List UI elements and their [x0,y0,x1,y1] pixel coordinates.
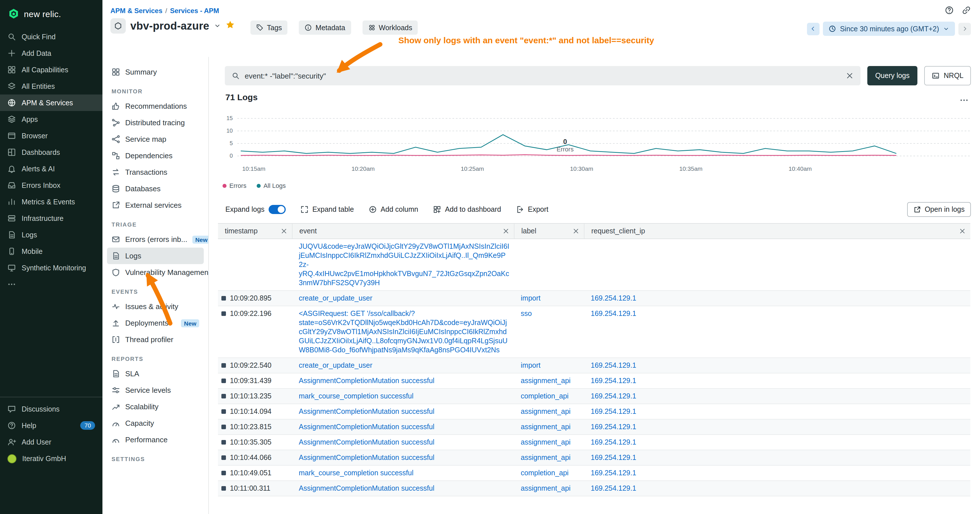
event-link[interactable]: AssignmentCompletionMutation successful [299,484,434,492]
export-button[interactable]: Export [516,205,548,213]
label-link[interactable]: completion_api [521,392,568,400]
label-link[interactable]: completion_api [521,469,568,477]
subnav-item-dependencies[interactable]: Dependencies [102,147,208,164]
log-search-input[interactable]: event:* -"label":"security" [225,66,861,85]
clear-query-icon[interactable] [846,72,854,80]
ip-link[interactable]: 169.254.129.1 [591,484,636,492]
log-volume-chart[interactable]: 0 Errors 15105010:15am10:20am10:25am10:3… [218,114,970,174]
label-link[interactable]: sso [521,310,532,318]
subnav-item-performance[interactable]: Performance [102,431,208,448]
label-link[interactable]: assignment_api [521,484,571,492]
nrql-button[interactable]: NRQL [924,66,971,85]
table-row[interactable]: 10:09:31.439AssignmentCompletionMutation… [218,373,970,389]
sidebar-item-apps[interactable]: Apps [0,111,102,127]
metadata-button[interactable]: Metadata [299,21,351,35]
table-row[interactable]: 10:10:49.051mark_course_completion succe… [218,466,970,481]
label-link[interactable]: assignment_api [521,377,571,385]
column-close-icon[interactable] [959,228,966,234]
label-link[interactable]: assignment_api [521,407,571,415]
subnav-item-service-levels[interactable]: Service levels [102,382,208,398]
event-link[interactable]: create_or_update_user [299,361,372,369]
subnav-item-errors-errors-inb-[interactable]: Errors (errors inb...New [102,231,208,248]
subnav-item-deployments[interactable]: DeploymentsNew [102,315,208,331]
table-row[interactable]: 10:10:13.235mark_course_completion succe… [218,389,970,404]
sidebar-item-apm-services[interactable]: APM & Services [0,94,102,111]
subnav-item-sla[interactable]: SLA [102,366,208,382]
subnav-item-vulnerability-management[interactable]: Vulnerability Management [102,264,208,281]
sidebar-footer-item-discussions[interactable]: Discussions [0,401,102,417]
sidebar-item-all-capabilities[interactable]: All Capabilities [0,62,102,78]
ip-link[interactable]: 169.254.129.1 [591,423,636,431]
tags-button[interactable]: Tags [250,21,288,35]
ip-link[interactable]: 169.254.129.1 [591,438,636,446]
table-row[interactable]: 10:10:14.094AssignmentCompletionMutation… [218,404,970,420]
expand-table-button[interactable]: Expand table [301,205,354,213]
subnav-item-logs[interactable]: Logs [107,248,204,264]
event-link[interactable]: AssignmentCompletionMutation successful [299,377,434,385]
ip-link[interactable]: 169.254.129.1 [591,469,636,477]
subnav-item-summary[interactable]: Summary [102,64,208,80]
add-to-dashboard-button[interactable]: Add to dashboard [433,205,501,213]
breadcrumb-apm-services[interactable]: APM & Services [110,7,162,15]
event-link[interactable]: <ASGIRequest: GET '/sso/callback/?state=… [299,310,508,354]
subnav-item-recommendations[interactable]: Recommendations [102,98,208,115]
sidebar-item-synthetic-monitoring[interactable]: Synthetic Monitoring [0,259,102,276]
table-row[interactable]: 10:09:22.540create_or_update_userimport1… [218,358,970,373]
ip-link[interactable]: 169.254.129.1 [591,407,636,415]
sidebar-item-mobile[interactable]: Mobile [0,243,102,259]
table-row[interactable]: 10:11:00.311AssignmentCompletionMutation… [218,481,970,496]
column-close-icon[interactable] [573,228,579,234]
event-link[interactable]: AssignmentCompletionMutation successful [299,438,434,446]
help-icon[interactable] [945,6,954,15]
subnav-item-databases[interactable]: Databases [102,180,208,197]
column-close-icon[interactable] [503,228,509,234]
ip-link[interactable]: 169.254.129.1 [591,377,636,385]
ip-link[interactable]: 169.254.129.1 [591,310,636,318]
add-column-button[interactable]: Add column [369,205,418,213]
subnav-item-transactions[interactable]: Transactions [102,164,208,180]
event-link[interactable]: AssignmentCompletionMutation successful [299,423,434,431]
subnav-item-external-services[interactable]: External services [102,197,208,213]
open-in-logs-button[interactable]: Open in logs [907,202,971,217]
event-link[interactable]: AssignmentCompletionMutation successful [299,454,434,461]
sidebar-item-browser[interactable]: Browser [0,127,102,144]
event-link[interactable]: mark_course_completion successful [299,392,414,400]
sidebar-item-infrastructure[interactable]: Infrastructure [0,210,102,226]
workloads-button[interactable]: Workloads [362,21,418,35]
sidebar-item-all-entities[interactable]: All Entities [0,78,102,94]
sidebar-item-quick-find[interactable]: Quick Find [0,29,102,45]
ip-link[interactable]: 169.254.129.1 [591,454,636,461]
panel-menu-button[interactable] [959,95,969,107]
table-row[interactable]: 10:10:44.066AssignmentCompletionMutation… [218,450,970,466]
event-link[interactable]: create_or_update_user [299,294,372,302]
ip-link[interactable]: 169.254.129.1 [591,392,636,400]
table-row[interactable]: 10:10:35.305AssignmentCompletionMutation… [218,435,970,450]
label-link[interactable]: assignment_api [521,438,571,446]
query-logs-button[interactable]: Query logs [867,66,918,85]
event-link[interactable]: AssignmentCompletionMutation successful [299,407,434,415]
subnav-item-service-map[interactable]: Service map [102,131,208,147]
ip-link[interactable]: 169.254.129.1 [591,361,636,369]
label-link[interactable]: assignment_api [521,423,571,431]
subnav-item-issues-activity[interactable]: Issues & activity [102,298,208,315]
event-link[interactable]: mark_course_completion successful [299,469,414,477]
event-link[interactable]: JUQVU&code=eyJraWQiOiJjcGltY29yZV8wOTl1M… [299,242,509,287]
sidebar-item-logs[interactable]: Logs [0,226,102,243]
subnav-item-capacity[interactable]: Capacity [102,415,208,431]
table-row[interactable]: 10:10:23.815AssignmentCompletionMutation… [218,420,970,435]
sidebar-footer-item-add-user[interactable]: Add User [0,434,102,450]
sidebar-item-more[interactable] [0,276,102,293]
ip-link[interactable]: 169.254.129.1 [591,294,636,302]
permalink-icon[interactable] [962,6,971,15]
table-row[interactable]: 10:09:22.196<ASGIRequest: GET '/sso/call… [218,306,970,358]
column-close-icon[interactable] [280,228,287,234]
label-link[interactable]: import [521,294,540,302]
time-picker[interactable]: Since 30 minutes ago (GMT+2) [823,22,955,36]
entity-switcher-chevron[interactable] [214,21,221,31]
label-link[interactable]: import [521,361,540,369]
time-back-button[interactable] [807,22,819,35]
sidebar-item-metrics-events[interactable]: Metrics & Events [0,194,102,210]
legend-item-all-logs[interactable]: All Logs [257,182,286,189]
table-row[interactable]: JUQVU&code=eyJraWQiOiJjcGltY29yZV8wOTl1M… [218,239,970,291]
sidebar-item-alerts-ai[interactable]: Alerts & AI [0,161,102,177]
